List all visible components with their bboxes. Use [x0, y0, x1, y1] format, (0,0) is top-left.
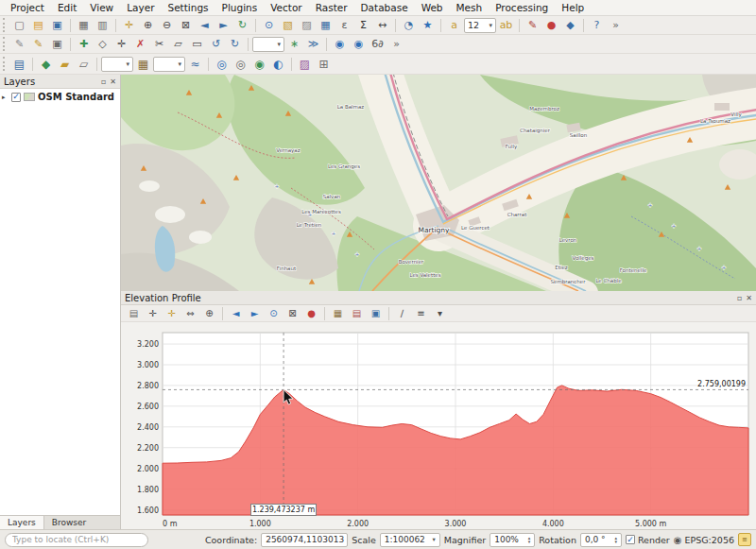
refresh-map-button[interactable]: ↻	[233, 17, 251, 33]
add-wms-button[interactable]: ◉	[250, 55, 268, 73]
menu-plugins[interactable]: Plugins	[215, 1, 265, 14]
menu-view[interactable]: View	[83, 1, 120, 14]
add-delimited-text-button[interactable]: ≈	[186, 55, 204, 73]
menu-project[interactable]: Project	[4, 1, 51, 14]
georeferencer-button[interactable]: ⊞	[315, 55, 333, 73]
toolbar-handle[interactable]	[3, 57, 7, 71]
map-canvas[interactable]: ++++++++La BalmazVernayazLes GrangesSalv…	[121, 75, 756, 291]
datasource-manager-button[interactable]: ▤	[10, 55, 28, 73]
elevation-chart[interactable]: 1.6001.8002.0002.2002.4002.6002.8003.000…	[121, 322, 756, 529]
menu-database[interactable]: Database	[354, 1, 415, 14]
render-checkbox[interactable]: ✓ Render	[626, 535, 670, 545]
pan-plot-button[interactable]: ✛	[163, 306, 180, 320]
cut-features-button[interactable]: ✂	[150, 36, 168, 52]
toggle-editing-button[interactable]: ✎	[29, 36, 47, 52]
capture-cursor-button[interactable]: ✛	[144, 306, 162, 320]
processing-toolbox-button[interactable]: ∗	[285, 36, 303, 52]
new-virtual-layer-button[interactable]: ▱	[75, 55, 93, 73]
select-features-button[interactable]: ▧	[279, 17, 297, 33]
profile-settings-dropdown[interactable]: ▾	[431, 306, 449, 320]
add-raster-button[interactable]: ▦	[134, 55, 152, 73]
zoom-plot-button[interactable]: ⊕	[200, 306, 218, 320]
redo-button[interactable]: ↻	[226, 36, 244, 52]
menu-web[interactable]: Web	[415, 1, 450, 14]
stepper-arrows-icon[interactable]: ▴▾	[528, 536, 531, 543]
layer-labeling-button[interactable]: ab	[497, 17, 515, 33]
menu-raster[interactable]: Raster	[309, 1, 354, 14]
zoom-x-axis-button[interactable]: ⇔	[181, 306, 199, 320]
rotation-spinner[interactable]: 0,0 ° ▴▾	[580, 533, 622, 547]
add-mesh-combo[interactable]: ▾	[153, 57, 185, 72]
annotation-button[interactable]: ✎	[524, 17, 541, 33]
tab-browser[interactable]: Browser	[44, 516, 94, 529]
vertex-tool-button[interactable]: ◇	[94, 36, 112, 52]
toolbar-overflow[interactable]: »	[607, 17, 625, 33]
menu-vector[interactable]: Vector	[264, 1, 308, 14]
zoom-next-button[interactable]: ►	[215, 17, 232, 33]
plugin-qfield-button[interactable]: ◉	[350, 36, 368, 52]
expander-icon[interactable]: ▸	[2, 94, 9, 101]
plugin-quickmap-button[interactable]: ◉	[331, 36, 349, 52]
deselect-features-button[interactable]: ▨	[298, 17, 316, 33]
identify-profile-button[interactable]: ⊙	[265, 306, 283, 320]
layer-visibility-checkbox[interactable]: ✓	[11, 93, 21, 102]
add-wfs-button[interactable]: ◐	[269, 55, 287, 73]
menu-help[interactable]: Help	[555, 1, 591, 14]
plugin-6d-button[interactable]: 6∂	[369, 36, 387, 52]
toolbar-overflow[interactable]: »	[387, 36, 405, 52]
identify-features-button[interactable]: ⊙	[260, 17, 278, 33]
menu-mesh[interactable]: Mesh	[450, 1, 490, 14]
snapping-toggle-button[interactable]: ●	[302, 306, 320, 320]
add-spatialite-button[interactable]: ◎	[232, 55, 249, 73]
nudge-right-button[interactable]: ►	[246, 306, 264, 320]
move-feature-button[interactable]: ✛	[112, 36, 130, 52]
coordinate-input[interactable]: 2560974,1103013	[261, 533, 348, 547]
temporal-controller-button[interactable]: ◔	[400, 17, 418, 33]
menu-processing[interactable]: Processing	[489, 1, 555, 14]
save-edits-button[interactable]: ▣	[48, 36, 66, 52]
export-image-button[interactable]: ▦	[329, 306, 347, 320]
float-panel-icon[interactable]: ▫	[101, 77, 106, 86]
labeling-options-button[interactable]: a	[445, 17, 463, 33]
nudge-left-button[interactable]: ◄	[227, 306, 245, 320]
help-button[interactable]: ?	[588, 17, 606, 33]
pan-map-button[interactable]: ✛	[120, 17, 138, 33]
open-project-button[interactable]: ▤	[29, 17, 47, 33]
save-project-button[interactable]: ▣	[48, 17, 66, 33]
crs-button[interactable]: ◉ EPSG:2056	[674, 535, 734, 545]
python-console-button[interactable]: ≫	[304, 36, 322, 52]
layer-row-osm-standard[interactable]: ▸ ✓ OSM Standard	[2, 92, 118, 102]
open-attribute-table-button[interactable]: ▦	[317, 17, 335, 33]
new-project-button[interactable]: ▢	[10, 17, 28, 33]
add-postgis-button[interactable]: ◎	[213, 55, 231, 73]
show-layout-manager-button[interactable]: ▥	[94, 17, 112, 33]
stepper-arrows-icon[interactable]: ▴▾	[614, 536, 617, 543]
export-pdf-button[interactable]: ▤	[348, 306, 366, 320]
statistics-button[interactable]: Σ	[354, 17, 372, 33]
paste-features-button[interactable]: ▭	[188, 36, 206, 52]
new-geopackage-button[interactable]: ◆	[37, 55, 55, 73]
measure-profile-button[interactable]: ∕	[393, 306, 411, 320]
locate-input[interactable]	[5, 533, 148, 547]
map-image[interactable]: ++++++++La BalmazVernayazLes GrangesSalv…	[121, 75, 756, 291]
tab-layers[interactable]: Layers	[0, 516, 44, 529]
record-button[interactable]: ●	[542, 17, 560, 33]
toolbar-handle[interactable]	[3, 37, 7, 51]
zoom-out-button[interactable]: ⊖	[158, 17, 176, 33]
zoom-full-plot-button[interactable]: ⊠	[284, 306, 301, 320]
new-bookmark-button[interactable]: ★	[419, 17, 437, 33]
magnifier-spinner[interactable]: 100% ▴▾	[490, 533, 535, 547]
profile-options-button[interactable]: ≡	[412, 306, 430, 320]
font-size-combo[interactable]: 12▾	[464, 18, 496, 33]
close-panel-icon[interactable]: ✕	[746, 294, 752, 302]
add-vector-combo[interactable]: ▾	[101, 57, 133, 72]
scale-combo[interactable]: 1:100062 ▾	[380, 533, 440, 547]
zoom-last-button[interactable]: ◄	[196, 17, 214, 33]
menu-edit[interactable]: Edit	[51, 1, 83, 14]
measure-line-button[interactable]: ↔	[373, 17, 391, 33]
new-shapefile-button[interactable]: ▰	[56, 55, 74, 73]
zoom-full-button[interactable]: ⊠	[177, 17, 195, 33]
float-panel-icon[interactable]: ▫	[737, 294, 742, 302]
messages-button[interactable]: ≡	[738, 533, 751, 546]
copy-features-button[interactable]: ▱	[169, 36, 187, 52]
